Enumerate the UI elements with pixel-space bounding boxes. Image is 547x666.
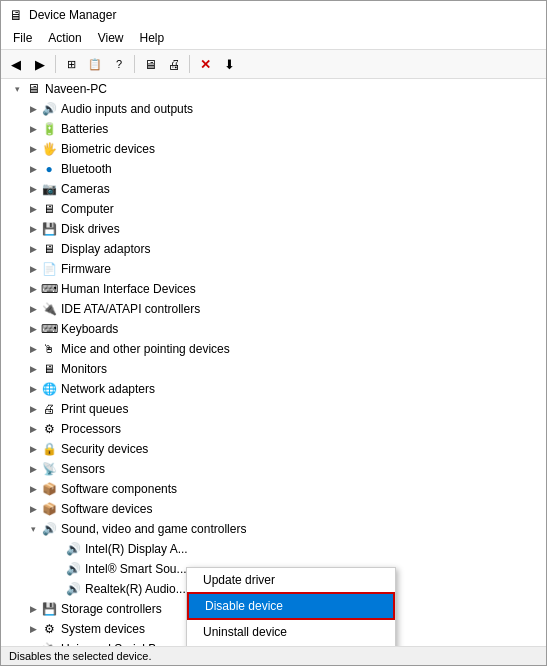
list-item[interactable]: ▶ 📷 Cameras <box>1 179 546 199</box>
list-item[interactable]: ▶ 📡 Sensors <box>1 459 546 479</box>
toggle-mice[interactable]: ▶ <box>25 341 41 357</box>
toolbar-update[interactable]: 📋 <box>84 53 106 75</box>
list-item[interactable]: ▶ 📄 Firmware <box>1 259 546 279</box>
toggle-hid[interactable]: ▶ <box>25 281 41 297</box>
list-item[interactable]: ▶ 📦 Software devices <box>1 499 546 519</box>
icon-ide: 🔌 <box>41 301 57 317</box>
label-hid: Human Interface Devices <box>61 280 196 298</box>
toolbar-print[interactable]: 🖨 <box>163 53 185 75</box>
list-item[interactable]: ▶ 🖐 Biometric devices <box>1 139 546 159</box>
menu-action[interactable]: Action <box>40 29 89 47</box>
toolbar-back[interactable]: ◀ <box>5 53 27 75</box>
list-item[interactable]: ▶ ⌨ Human Interface Devices <box>1 279 546 299</box>
context-disable-device[interactable]: Disable device <box>187 592 395 620</box>
label-network: Network adapters <box>61 380 155 398</box>
label-usb: Universal Serial Bus c... <box>61 640 188 646</box>
list-item[interactable]: ▶ 🔌 IDE ATA/ATAPI controllers <box>1 299 546 319</box>
toolbar-help[interactable]: ? <box>108 53 130 75</box>
label-disk: Disk drives <box>61 220 120 238</box>
list-item[interactable]: 🔊 Intel(R) Display A... <box>1 539 546 559</box>
toggle-firmware[interactable]: ▶ <box>25 261 41 277</box>
list-item[interactable]: ▶ 💾 Disk drives <box>1 219 546 239</box>
toolbar-properties[interactable]: ⊞ <box>60 53 82 75</box>
icon-disk: 💾 <box>41 221 57 237</box>
toggle-display[interactable]: ▶ <box>25 241 41 257</box>
window-icon: 🖥 <box>9 7 23 23</box>
label-intel-display: Intel(R) Display A... <box>85 540 188 558</box>
toolbar-scan[interactable]: ⬇ <box>218 53 240 75</box>
list-item[interactable]: ▶ ⌨ Keyboards <box>1 319 546 339</box>
toggle-proc[interactable]: ▶ <box>25 421 41 437</box>
toggle-sw-comp[interactable]: ▶ <box>25 481 41 497</box>
list-item[interactable]: ▶ 🖥 Display adaptors <box>1 239 546 259</box>
list-item[interactable]: ▶ 🖥 Monitors <box>1 359 546 379</box>
spacer-2 <box>49 561 65 577</box>
device-manager-window: 🖥 Device Manager File Action View Help ◀… <box>0 0 547 666</box>
toggle-security[interactable]: ▶ <box>25 441 41 457</box>
toggle-network[interactable]: ▶ <box>25 381 41 397</box>
toggle-system[interactable]: ▶ <box>25 621 41 637</box>
label-intel-smart: Intel® Smart Sou... <box>85 560 187 578</box>
icon-batteries: 🔋 <box>41 121 57 137</box>
menu-file[interactable]: File <box>5 29 40 47</box>
list-item[interactable]: ▶ 🌐 Network adapters <box>1 379 546 399</box>
toggle-ide[interactable]: ▶ <box>25 301 41 317</box>
context-uninstall-device[interactable]: Uninstall device <box>187 620 395 644</box>
content-area[interactable]: ▾ 🖥 Naveen-PC ▶ 🔊 Audio inputs and outpu… <box>1 79 546 646</box>
icon-mice: 🖱 <box>41 341 57 357</box>
list-item[interactable]: ▶ 🖨 Print queues <box>1 399 546 419</box>
toggle-bluetooth[interactable]: ▶ <box>25 161 41 177</box>
toggle-print[interactable]: ▶ <box>25 401 41 417</box>
list-item[interactable]: ▶ ● Bluetooth <box>1 159 546 179</box>
list-item[interactable]: ▶ 🖥 Computer <box>1 199 546 219</box>
root-icon: 🖥 <box>25 81 41 97</box>
label-mice: Mice and other pointing devices <box>61 340 230 358</box>
list-item[interactable]: ▾ 🔊 Sound, video and game controllers <box>1 519 546 539</box>
list-item[interactable]: ▶ 📦 Software components <box>1 479 546 499</box>
toolbar-sep-2 <box>134 55 135 73</box>
toggle-biometric[interactable]: ▶ <box>25 141 41 157</box>
icon-cameras: 📷 <box>41 181 57 197</box>
toggle-batteries[interactable]: ▶ <box>25 121 41 137</box>
toolbar-device-mgr[interactable]: 🖥 <box>139 53 161 75</box>
toggle-sound[interactable]: ▾ <box>25 521 41 537</box>
icon-sound: 🔊 <box>41 521 57 537</box>
toggle-keyboards[interactable]: ▶ <box>25 321 41 337</box>
menu-view[interactable]: View <box>90 29 132 47</box>
icon-network: 🌐 <box>41 381 57 397</box>
list-item[interactable]: ▶ 🔒 Security devices <box>1 439 546 459</box>
toggle-disk[interactable]: ▶ <box>25 221 41 237</box>
list-item[interactable]: ▶ 🖱 Mice and other pointing devices <box>1 339 546 359</box>
toolbar: ◀ ▶ ⊞ 📋 ? 🖥 🖨 ✕ ⬇ <box>1 50 546 79</box>
toggle-cameras[interactable]: ▶ <box>25 181 41 197</box>
root-toggle[interactable]: ▾ <box>9 81 25 97</box>
icon-intel-display: 🔊 <box>65 541 81 557</box>
label-system: System devices <box>61 620 145 638</box>
toolbar-sep-1 <box>55 55 56 73</box>
toggle-storage[interactable]: ▶ <box>25 601 41 617</box>
toggle-usb[interactable]: ▶ <box>25 641 41 646</box>
icon-realtek: 🔊 <box>65 581 81 597</box>
toggle-monitors[interactable]: ▶ <box>25 361 41 377</box>
icon-print: 🖨 <box>41 401 57 417</box>
spacer-3 <box>49 581 65 597</box>
context-update-driver[interactable]: Update driver <box>187 568 395 592</box>
toolbar-remove[interactable]: ✕ <box>194 53 216 75</box>
icon-sw-comp: 📦 <box>41 481 57 497</box>
toggle-computer[interactable]: ▶ <box>25 201 41 217</box>
icon-monitors: 🖥 <box>41 361 57 377</box>
toggle-audio[interactable]: ▶ <box>25 101 41 117</box>
toolbar-forward[interactable]: ▶ <box>29 53 51 75</box>
list-item[interactable]: ▶ ⚙ Processors <box>1 419 546 439</box>
list-item[interactable]: ▶ 🔋 Batteries <box>1 119 546 139</box>
menu-help[interactable]: Help <box>132 29 173 47</box>
menu-bar: File Action View Help <box>1 27 546 50</box>
toggle-sw-dev[interactable]: ▶ <box>25 501 41 517</box>
icon-proc: ⚙ <box>41 421 57 437</box>
icon-storage: 💾 <box>41 601 57 617</box>
list-item[interactable]: ▶ 🔊 Audio inputs and outputs <box>1 99 546 119</box>
status-text: Disables the selected device. <box>9 650 151 662</box>
toggle-sensors[interactable]: ▶ <box>25 461 41 477</box>
icon-intel-smart: 🔊 <box>65 561 81 577</box>
tree-root[interactable]: ▾ 🖥 Naveen-PC <box>1 79 546 99</box>
